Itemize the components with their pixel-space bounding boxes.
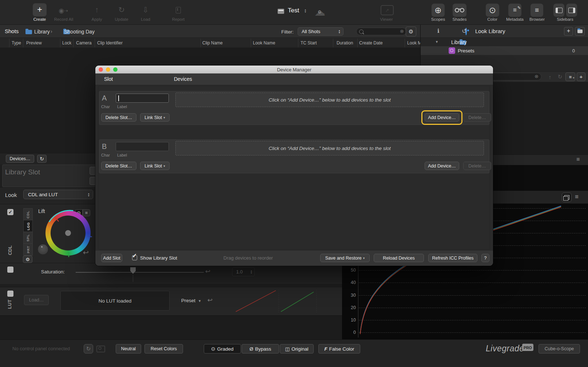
cdl-enabled-checkbox[interactable]: ✓ <box>7 209 13 215</box>
tab-lgg[interactable]: LGG <box>23 220 33 232</box>
bypass-button[interactable]: Ø Bypass <box>242 344 279 354</box>
col-create-date[interactable]: Create Date <box>359 40 383 46</box>
saturation-value-field[interactable]: 1.0 ▲▼ <box>232 267 255 276</box>
disclosure-icon[interactable]: ▼ <box>435 40 438 44</box>
lut-checkbox[interactable] <box>7 291 13 297</box>
tree-item-presets[interactable]: Presets <box>458 48 474 54</box>
scope-menu-icon[interactable]: ≡ <box>575 193 579 201</box>
saturation-checkbox[interactable] <box>7 267 13 273</box>
right-sidebar-icon <box>568 8 575 13</box>
look-mode-dropdown[interactable]: CDL and LUT ▲▼ <box>23 190 93 199</box>
devices-button[interactable]: Devices… <box>6 155 34 163</box>
info-icon[interactable]: ℹ <box>437 28 440 34</box>
look-update-icon[interactable]: ↻ <box>556 72 564 81</box>
devices-refresh-button[interactable]: ↻ <box>37 155 47 163</box>
saturation-reset-icon[interactable]: ↩ <box>205 268 210 275</box>
lut-reset-icon[interactable]: ↩ <box>207 296 212 304</box>
saturation-slider-track[interactable] <box>76 272 204 273</box>
sidebar-right-button[interactable] <box>566 4 577 17</box>
slot-a-delete-slot-button[interactable]: Delete Slot… <box>101 113 136 122</box>
add-look-button[interactable]: + <box>564 27 573 36</box>
create-button[interactable]: + <box>33 3 47 16</box>
filter-dropdown[interactable]: All Shots ▲▼ <box>298 27 343 36</box>
col-preview[interactable]: Preview <box>26 40 42 46</box>
cloud-sync-icon[interactable]: ☁⚙ <box>312 5 327 18</box>
report-icon[interactable] <box>175 5 181 15</box>
col-clip-name[interactable]: Clip Name <box>202 40 223 46</box>
add-slot-button[interactable]: Add Slot <box>101 254 122 262</box>
graded-button[interactable]: ⊙ Graded <box>204 344 241 354</box>
slot-b-dropzone[interactable]: Click on “Add Device…” below to add devi… <box>175 141 484 155</box>
refresh-icc-profiles-button[interactable]: Refresh ICC Profiles <box>428 254 477 262</box>
breadcrumb-library[interactable]: Library <box>34 29 50 35</box>
color-button[interactable]: ⊙ <box>486 4 499 17</box>
false-color-button[interactable]: F False Color <box>318 344 360 354</box>
scope-layers-button[interactable] <box>562 193 572 202</box>
add-item-button[interactable]: + <box>577 72 585 81</box>
menu-icon[interactable]: ≡ <box>576 156 580 163</box>
reset-colors-button[interactable]: Reset Colors <box>144 344 183 354</box>
shades-button[interactable] <box>453 4 466 17</box>
save-and-restore-button[interactable]: Save and Restore▾ <box>320 254 370 262</box>
clear-search-icon[interactable]: ⊗ <box>400 28 404 34</box>
shots-settings-button[interactable]: ⚙ <box>406 27 416 36</box>
update-icon[interactable]: ↻ <box>116 4 127 15</box>
search-input[interactable]: ⊗ <box>356 28 406 35</box>
project-dropdown-icon[interactable]: ▲▼ <box>304 9 306 13</box>
reload-devices-button[interactable]: Reload Devices <box>374 254 424 262</box>
sidebar-left-button[interactable] <box>553 4 564 17</box>
wheel-reset-icon[interactable]: ↩ <box>83 248 89 257</box>
slot-a-link-slot-button[interactable]: Link Slot▾ <box>140 113 170 122</box>
slot-a-label-field[interactable] <box>116 94 169 103</box>
tab-spl[interactable]: SPL <box>23 232 33 244</box>
lut-preset-label[interactable]: Preset <box>181 298 195 303</box>
slot-b-label-field[interactable] <box>116 142 169 151</box>
slot-a-dropzone[interactable]: Click on “Add Device…” below to add devi… <box>175 92 484 107</box>
panel-refresh-button[interactable]: ↻ <box>84 344 93 354</box>
tab-prt[interactable]: PRT <box>23 243 33 256</box>
saturation-stepper[interactable]: ▲▼ <box>250 270 253 274</box>
create-label: Create <box>33 17 46 21</box>
col-camera[interactable]: Camera <box>76 40 92 46</box>
original-button[interactable]: ◫ Original <box>280 344 314 354</box>
col-tc-start[interactable]: TC Start <box>301 40 317 46</box>
new-group-button[interactable] <box>575 27 585 36</box>
help-button[interactable]: ? <box>481 254 489 262</box>
col-type[interactable]: Type <box>12 40 21 46</box>
luminance-knob[interactable] <box>37 244 48 255</box>
col-clip-identifier[interactable]: Clip Identifier <box>97 40 123 46</box>
lut-section-label: LUT <box>7 300 12 309</box>
tab-cdl[interactable]: CDL <box>23 208 33 221</box>
tree-item-library[interactable]: Library <box>451 39 467 45</box>
viewer-icon[interactable]: ↗ <box>381 5 394 15</box>
col-lock[interactable]: Lock <box>62 40 71 46</box>
project-name[interactable]: Test <box>288 7 299 14</box>
metadata-button[interactable]: ≡✎ <box>508 4 521 17</box>
lut-load-button[interactable]: Load… <box>24 295 49 305</box>
breadcrumb-shooting-day[interactable]: Shooting Day <box>64 29 95 35</box>
scope-y-20: 20 <box>345 305 356 310</box>
add-to-list-button[interactable]: ≡+ <box>565 72 575 81</box>
apply-icon[interactable]: ↑ <box>92 4 102 15</box>
slot-b-delete-device-button[interactable]: Delete… <box>463 162 491 170</box>
cube-o-scope-button[interactable]: Cube-o-Scope <box>539 344 580 354</box>
lut-preset-chevron-icon[interactable]: ▾ <box>199 299 201 303</box>
cdl-settings-button[interactable]: ⚙ <box>23 256 32 263</box>
scopes-button[interactable]: ⊕ <box>432 4 445 17</box>
camera-icon[interactable] <box>96 345 106 352</box>
record-all-icon[interactable]: ◉⇢ <box>55 6 71 15</box>
clear-search-icon[interactable]: ⊗ <box>535 74 539 79</box>
look-apply-icon[interactable]: ↑ <box>546 72 554 81</box>
metadata-icon: ≡✎ <box>513 7 517 14</box>
slot-b-delete-slot-button[interactable]: Delete Slot… <box>101 162 136 170</box>
col-look-name[interactable]: Look Name <box>253 40 275 46</box>
neutral-button[interactable]: Neutral <box>116 344 141 354</box>
tree-item-presets-row[interactable] <box>421 46 588 55</box>
slot-b-add-device-button[interactable]: Add Device… <box>425 162 459 170</box>
slot-a-delete-device-button[interactable]: Delete… <box>463 113 491 122</box>
col-duration[interactable]: Duration <box>337 40 353 46</box>
browser-button[interactable]: ≡ <box>531 4 543 17</box>
slot-b-link-slot-button[interactable]: Link Slot▾ <box>140 162 170 170</box>
history-icon[interactable]: ↺ <box>462 27 467 35</box>
load-icon[interactable]: ⇩ <box>140 4 151 15</box>
